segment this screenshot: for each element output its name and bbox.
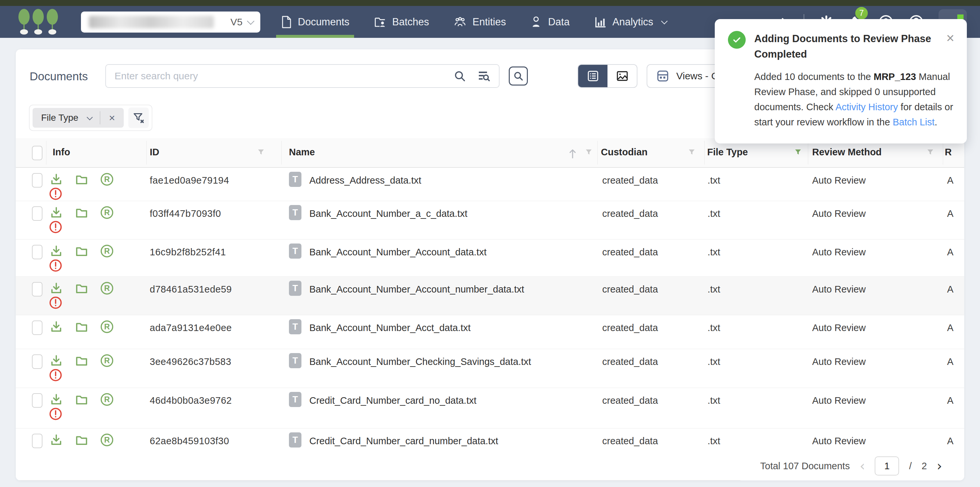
review-status-value: A bbox=[947, 208, 953, 219]
redaction-icon[interactable]: R bbox=[100, 172, 114, 186]
tab-data[interactable]: Data bbox=[530, 6, 569, 38]
redaction-icon[interactable]: R bbox=[100, 281, 114, 296]
tab-documents[interactable]: Documents bbox=[281, 6, 350, 38]
redaction-icon[interactable]: R bbox=[100, 353, 114, 368]
file-type-value: .txt bbox=[708, 284, 721, 295]
table-row[interactable]: Rada7a9131e4e0eeTBank_Account_Number_Acc… bbox=[16, 315, 964, 349]
document-name[interactable]: Bank_Account_Number_a_c_data.txt bbox=[309, 208, 467, 219]
search-within-list-icon[interactable] bbox=[477, 69, 490, 83]
processing-error-icon[interactable] bbox=[49, 368, 62, 382]
document-name[interactable]: Address_Address_data.txt bbox=[309, 175, 421, 186]
processing-error-icon[interactable] bbox=[49, 220, 62, 234]
advanced-search-button[interactable] bbox=[509, 67, 528, 86]
pagination-bar: Total 107 Documents ‹ 1 / 2 › bbox=[740, 452, 964, 481]
select-all-checkbox[interactable] bbox=[32, 146, 43, 160]
current-page-input[interactable]: 1 bbox=[875, 457, 899, 476]
download-icon[interactable] bbox=[49, 393, 63, 406]
id-filter-icon[interactable] bbox=[257, 148, 265, 157]
filter-chip-file-type[interactable]: File Type × bbox=[33, 108, 124, 128]
file-type-filter-icon-active[interactable] bbox=[794, 148, 802, 157]
custodian-filter-icon[interactable] bbox=[687, 148, 696, 157]
main-navigation: Documents Batches Entities bbox=[281, 6, 666, 38]
name-filter-icon[interactable] bbox=[584, 148, 593, 157]
table-row[interactable]: R46d4b0b0a3e9762TCredit_Card_Number_card… bbox=[16, 388, 964, 428]
redaction-icon[interactable]: R bbox=[100, 433, 114, 447]
download-icon[interactable] bbox=[49, 354, 63, 368]
chevron-down-icon[interactable] bbox=[87, 114, 93, 120]
header-review-status[interactable]: R bbox=[945, 147, 952, 158]
header-name[interactable]: Name bbox=[289, 147, 315, 158]
row-checkbox[interactable] bbox=[32, 434, 43, 448]
close-icon[interactable]: × bbox=[946, 32, 955, 44]
review-method-filter-icon[interactable] bbox=[926, 148, 935, 157]
document-name[interactable]: Credit_Card_Number_card_number_data.txt bbox=[309, 436, 498, 447]
text-file-icon: T bbox=[289, 392, 301, 407]
row-checkbox[interactable] bbox=[32, 245, 43, 259]
download-icon[interactable] bbox=[49, 172, 63, 186]
processing-error-icon[interactable] bbox=[49, 407, 62, 421]
tab-analytics[interactable]: Analytics bbox=[594, 6, 666, 38]
document-id: 46d4b0b0a3e9762 bbox=[150, 395, 232, 406]
folder-icon[interactable] bbox=[74, 320, 89, 334]
header-review-method[interactable]: Review Method bbox=[812, 147, 881, 158]
table-row[interactable]: Rfae1ed0a9e79194TAddress_Address_data.tx… bbox=[16, 168, 964, 201]
row-checkbox[interactable] bbox=[32, 354, 43, 369]
batch-list-link[interactable]: Batch List bbox=[893, 117, 935, 127]
redaction-icon[interactable]: R bbox=[100, 392, 114, 407]
name-sort-icon[interactable] bbox=[568, 148, 578, 159]
processing-error-icon[interactable] bbox=[49, 259, 62, 272]
custodian-value: created_data bbox=[602, 323, 658, 333]
image-view-toggle[interactable] bbox=[608, 65, 637, 87]
folder-icon[interactable] bbox=[74, 354, 89, 368]
file-type-value: .txt bbox=[708, 356, 721, 367]
review-status-value: A bbox=[947, 284, 953, 295]
folder-icon[interactable] bbox=[74, 172, 89, 186]
redaction-icon[interactable]: R bbox=[100, 320, 114, 334]
search-icon[interactable] bbox=[453, 70, 466, 82]
folder-icon[interactable] bbox=[74, 206, 89, 220]
folder-icon[interactable] bbox=[74, 433, 89, 447]
header-custodian[interactable]: Custodian bbox=[601, 147, 648, 158]
table-row[interactable]: Rf03ff447b7093f0TBank_Account_Number_a_c… bbox=[16, 201, 964, 240]
document-name[interactable]: Credit_Card_Number_card_no_data.txt bbox=[309, 395, 477, 406]
document-name[interactable]: Bank_Account_Number_Account_data.txt bbox=[309, 247, 486, 258]
download-icon[interactable] bbox=[49, 281, 63, 295]
processing-error-icon[interactable] bbox=[49, 187, 62, 201]
workspace-selector[interactable]: V5 bbox=[81, 11, 260, 33]
processing-error-icon[interactable] bbox=[49, 296, 62, 310]
row-checkbox[interactable] bbox=[32, 206, 43, 221]
download-icon[interactable] bbox=[49, 320, 63, 334]
row-checkbox[interactable] bbox=[32, 282, 43, 296]
folder-icon[interactable] bbox=[74, 244, 89, 258]
review-status-value: A bbox=[947, 356, 953, 367]
remove-filter-icon[interactable]: × bbox=[109, 113, 115, 123]
header-file-type[interactable]: File Type bbox=[707, 147, 748, 158]
download-icon[interactable] bbox=[49, 206, 63, 220]
table-row[interactable]: R3ee49626c37b583TBank_Account_Number_Che… bbox=[16, 349, 964, 388]
previous-page-icon[interactable]: ‹ bbox=[859, 461, 865, 471]
row-checkbox[interactable] bbox=[32, 173, 43, 188]
row-checkbox[interactable] bbox=[32, 393, 43, 408]
folder-icon[interactable] bbox=[74, 393, 89, 406]
document-name[interactable]: Bank_Account_Number_Acct_data.txt bbox=[309, 323, 471, 333]
header-id[interactable]: ID bbox=[150, 147, 159, 158]
download-icon[interactable] bbox=[49, 244, 63, 258]
folder-icon[interactable] bbox=[74, 281, 89, 295]
document-name[interactable]: Bank_Account_Number_Account_number_data.… bbox=[309, 284, 524, 295]
clear-all-filters-button[interactable] bbox=[128, 108, 149, 128]
table-row[interactable]: R16c9b2f8b252f41TBank_Account_Number_Acc… bbox=[16, 240, 964, 277]
download-icon[interactable] bbox=[49, 433, 63, 447]
row-checkbox[interactable] bbox=[32, 320, 43, 335]
svg-text:R: R bbox=[104, 175, 110, 184]
list-view-toggle[interactable] bbox=[578, 65, 608, 87]
header-info[interactable]: Info bbox=[52, 147, 70, 158]
activity-history-link[interactable]: Activity History bbox=[835, 102, 898, 112]
document-name[interactable]: Bank_Account_Number_Checking_Savings_dat… bbox=[309, 356, 531, 367]
next-page-icon[interactable]: › bbox=[937, 461, 942, 471]
redaction-icon[interactable]: R bbox=[100, 205, 114, 220]
tab-entities[interactable]: Entities bbox=[453, 6, 506, 38]
table-row[interactable]: Rd78461a531ede59TBank_Account_Number_Acc… bbox=[16, 277, 964, 315]
tab-batches[interactable]: Batches bbox=[374, 6, 429, 38]
redaction-icon[interactable]: R bbox=[100, 244, 114, 258]
search-input[interactable] bbox=[115, 70, 442, 81]
